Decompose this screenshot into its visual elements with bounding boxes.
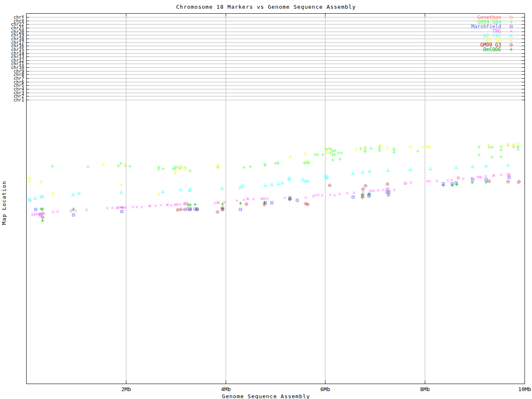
- data-point: [429, 167, 432, 170]
- data-point: [85, 209, 88, 211]
- data-point: [352, 172, 355, 175]
- data-point: [72, 214, 75, 216]
- data-point: [157, 167, 160, 171]
- data-point: [377, 189, 379, 192]
- data-point: [155, 204, 157, 207]
- data-point: [51, 192, 54, 195]
- data-point: [331, 158, 334, 162]
- data-point: [325, 149, 328, 153]
- data-point: [500, 155, 503, 158]
- data-point: [252, 198, 255, 200]
- data-point: [176, 203, 179, 206]
- data-point: [346, 192, 348, 195]
- data-point: [179, 203, 181, 206]
- data-point: [429, 180, 431, 182]
- data-point: [361, 170, 364, 173]
- data-point: [359, 147, 362, 150]
- data-point: [333, 153, 336, 156]
- data-point: [392, 151, 396, 154]
- data-point: [249, 165, 252, 168]
- data-point: [74, 209, 77, 212]
- data-point: [34, 197, 37, 200]
- legend-label: DeCODE: [483, 47, 501, 52]
- data-point: [102, 163, 105, 166]
- data-point: [174, 167, 177, 171]
- data-point: [167, 204, 169, 206]
- data-point: [485, 164, 488, 167]
- y-axis-label: chr1: [14, 97, 24, 102]
- data-point: [121, 210, 123, 213]
- data-point: [455, 183, 458, 186]
- data-point: [457, 177, 460, 179]
- data-point: [500, 174, 502, 176]
- series-gm99-gb4: [51, 144, 520, 172]
- legend-marker-icon: [510, 39, 513, 42]
- data-point: [426, 180, 429, 182]
- data-point: [393, 189, 396, 191]
- data-point: [304, 152, 308, 155]
- data-point: [161, 190, 165, 193]
- data-point: [111, 207, 113, 209]
- data-point: [478, 145, 481, 149]
- data-point: [28, 180, 31, 183]
- data-point: [516, 148, 520, 151]
- data-point: [506, 142, 510, 145]
- data-point: [462, 177, 465, 180]
- data-point: [471, 165, 474, 168]
- data-point: [140, 206, 143, 208]
- data-point: [416, 150, 419, 153]
- data-point: [422, 145, 426, 149]
- data-point: [409, 168, 412, 171]
- data-point: [239, 208, 242, 211]
- data-point: [369, 147, 373, 150]
- data-point: [373, 190, 375, 192]
- data-point: [241, 184, 245, 187]
- data-point: [364, 184, 367, 187]
- data-point: [193, 203, 197, 206]
- series-marshfield: [34, 176, 510, 216]
- data-point: [120, 206, 123, 209]
- legend-marker-icon: [510, 48, 513, 51]
- data-point: [166, 204, 168, 206]
- data-point: [270, 183, 273, 186]
- data-point: [490, 145, 494, 149]
- series-wi-yac: [27, 163, 510, 202]
- x-tick-label: 2Mb: [121, 386, 131, 392]
- data-point: [488, 180, 491, 183]
- data-point: [506, 163, 510, 166]
- data-point: [331, 153, 334, 157]
- data-point: [382, 189, 384, 191]
- data-point: [124, 163, 127, 166]
- data-point: [328, 149, 332, 153]
- data-point: [174, 171, 177, 175]
- series-tng: [31, 173, 519, 216]
- data-point: [271, 202, 273, 204]
- data-point: [52, 211, 54, 213]
- x-tick-label: 10Mb: [518, 386, 531, 392]
- data-point: [176, 167, 179, 170]
- data-point: [321, 153, 324, 156]
- data-point: [214, 202, 216, 204]
- data-point: [305, 196, 307, 199]
- data-point: [220, 187, 224, 190]
- data-point: [410, 181, 412, 184]
- data-point: [71, 193, 75, 196]
- data-point: [77, 192, 81, 195]
- data-point: [484, 175, 487, 177]
- data-point: [179, 208, 182, 211]
- data-point: [41, 219, 44, 222]
- data-point: [28, 176, 31, 180]
- chart-canvas: Chromosome 18 Markers vs Genome Sequence…: [0, 0, 532, 399]
- data-point: [368, 170, 371, 172]
- data-point: [264, 184, 267, 187]
- data-point: [306, 159, 309, 163]
- data-point: [379, 144, 382, 147]
- plot-border: [27, 14, 525, 384]
- data-point: [283, 197, 286, 199]
- data-point: [223, 201, 226, 203]
- data-point: [296, 199, 298, 202]
- data-point: [478, 153, 481, 157]
- data-point: [338, 158, 342, 161]
- data-point: [216, 210, 219, 214]
- legend-marker-icon: [510, 30, 512, 32]
